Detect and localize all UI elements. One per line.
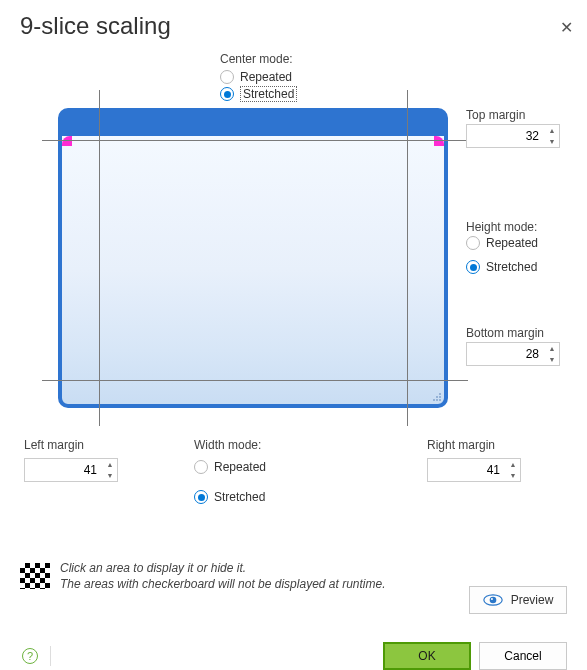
top-margin-input[interactable] bbox=[467, 125, 545, 147]
guide-left[interactable] bbox=[99, 90, 100, 426]
bottom-margin-label: Bottom margin bbox=[466, 326, 576, 340]
bottom-margin-group: Bottom margin ▲▼ bbox=[466, 326, 576, 366]
bottom-margin-spinner[interactable]: ▲▼ bbox=[466, 342, 560, 366]
corner-marker-tl bbox=[62, 136, 72, 146]
chevron-up-icon[interactable]: ▲ bbox=[506, 459, 520, 470]
chevron-up-icon[interactable]: ▲ bbox=[545, 343, 559, 354]
separator bbox=[50, 646, 51, 666]
chevron-down-icon[interactable]: ▼ bbox=[506, 470, 520, 481]
right-margin-input[interactable] bbox=[428, 459, 506, 481]
top-margin-group: Top margin ▲▼ bbox=[466, 108, 576, 148]
checkerboard-icon bbox=[20, 563, 50, 589]
height-mode-repeated[interactable]: Repeated bbox=[466, 236, 576, 250]
chevron-down-icon[interactable]: ▼ bbox=[545, 354, 559, 365]
bottom-margin-input[interactable] bbox=[467, 343, 545, 365]
radio-icon bbox=[466, 260, 480, 274]
chevron-down-icon[interactable]: ▼ bbox=[103, 470, 117, 481]
width-mode-label: Width mode: bbox=[194, 438, 266, 452]
width-mode-stretched[interactable]: Stretched bbox=[194, 490, 266, 504]
bottom-controls: Left margin ▲▼ Width mode: Repeated Stre… bbox=[20, 438, 567, 506]
radio-icon bbox=[220, 70, 234, 84]
chevron-down-icon[interactable]: ▼ bbox=[545, 136, 559, 147]
left-margin-spinner[interactable]: ▲▼ bbox=[24, 458, 118, 482]
ok-button-label: OK bbox=[418, 649, 435, 663]
chevron-up-icon[interactable]: ▲ bbox=[545, 125, 559, 136]
cancel-button-label: Cancel bbox=[504, 649, 541, 663]
width-mode-group: Width mode: Repeated Stretched bbox=[194, 438, 266, 506]
guide-top[interactable] bbox=[42, 140, 468, 141]
center-mode-label: Center mode: bbox=[220, 52, 567, 66]
height-mode-group: Height mode: Repeated Stretched bbox=[466, 220, 576, 274]
center-mode-repeated[interactable]: Repeated bbox=[220, 70, 567, 84]
left-margin-group: Left margin ▲▼ bbox=[24, 438, 118, 506]
radio-icon bbox=[466, 236, 480, 250]
top-margin-spinner[interactable]: ▲▼ bbox=[466, 124, 560, 148]
guide-right[interactable] bbox=[407, 90, 408, 426]
preview-button[interactable]: Preview bbox=[469, 586, 567, 614]
resize-grip-icon bbox=[429, 389, 441, 401]
spinner-arrows[interactable]: ▲▼ bbox=[545, 125, 559, 147]
radio-icon bbox=[194, 460, 208, 474]
radio-label: Repeated bbox=[486, 236, 538, 250]
help-icon[interactable]: ? bbox=[22, 648, 38, 664]
corner-marker-tr bbox=[434, 136, 444, 146]
preview-button-label: Preview bbox=[511, 593, 554, 607]
cancel-button[interactable]: Cancel bbox=[479, 642, 567, 670]
ok-button[interactable]: OK bbox=[383, 642, 471, 670]
radio-icon bbox=[194, 490, 208, 504]
right-margin-label: Right margin bbox=[427, 438, 521, 452]
close-icon[interactable]: ✕ bbox=[560, 18, 573, 37]
hint-line-1: Click an area to display it or hide it. bbox=[60, 560, 386, 576]
chevron-up-icon[interactable]: ▲ bbox=[103, 459, 117, 470]
hint-text: Click an area to display it or hide it. … bbox=[60, 560, 386, 592]
guide-bottom[interactable] bbox=[42, 380, 468, 381]
height-mode-label: Height mode: bbox=[466, 220, 576, 234]
radio-label: Stretched bbox=[214, 490, 265, 504]
spinner-arrows[interactable]: ▲▼ bbox=[103, 459, 117, 481]
left-margin-input[interactable] bbox=[25, 459, 103, 481]
center-mode-stretched[interactable]: Stretched bbox=[220, 86, 567, 102]
radio-label: Repeated bbox=[240, 70, 292, 84]
slice-preview[interactable] bbox=[58, 108, 448, 408]
radio-icon bbox=[220, 87, 234, 101]
center-mode-group: Center mode: Repeated Stretched bbox=[220, 52, 567, 102]
left-margin-label: Left margin bbox=[24, 438, 118, 452]
right-margin-group: Right margin ▲▼ bbox=[427, 438, 521, 506]
svg-point-2 bbox=[491, 598, 493, 600]
spinner-arrows[interactable]: ▲▼ bbox=[506, 459, 520, 481]
radio-label: Stretched bbox=[240, 86, 297, 102]
spinner-arrows[interactable]: ▲▼ bbox=[545, 343, 559, 365]
hint-line-2: The areas with checkerboard will not be … bbox=[60, 576, 386, 592]
top-margin-label: Top margin bbox=[466, 108, 576, 122]
dialog-title: 9-slice scaling bbox=[20, 12, 567, 40]
nine-slice-dialog: ✕ 9-slice scaling Center mode: Repeated … bbox=[0, 12, 587, 670]
radio-label: Stretched bbox=[486, 260, 537, 274]
dialog-footer: ? OK Cancel bbox=[0, 642, 587, 670]
height-mode-stretched[interactable]: Stretched bbox=[466, 260, 576, 274]
width-mode-repeated[interactable]: Repeated bbox=[194, 460, 266, 474]
svg-point-1 bbox=[489, 597, 496, 604]
eye-icon bbox=[483, 594, 503, 606]
right-margin-spinner[interactable]: ▲▼ bbox=[427, 458, 521, 482]
radio-label: Repeated bbox=[214, 460, 266, 474]
right-column: Top margin ▲▼ Height mode: Repeated Stre… bbox=[466, 108, 576, 376]
slice-editor: Top margin ▲▼ Height mode: Repeated Stre… bbox=[20, 108, 567, 426]
